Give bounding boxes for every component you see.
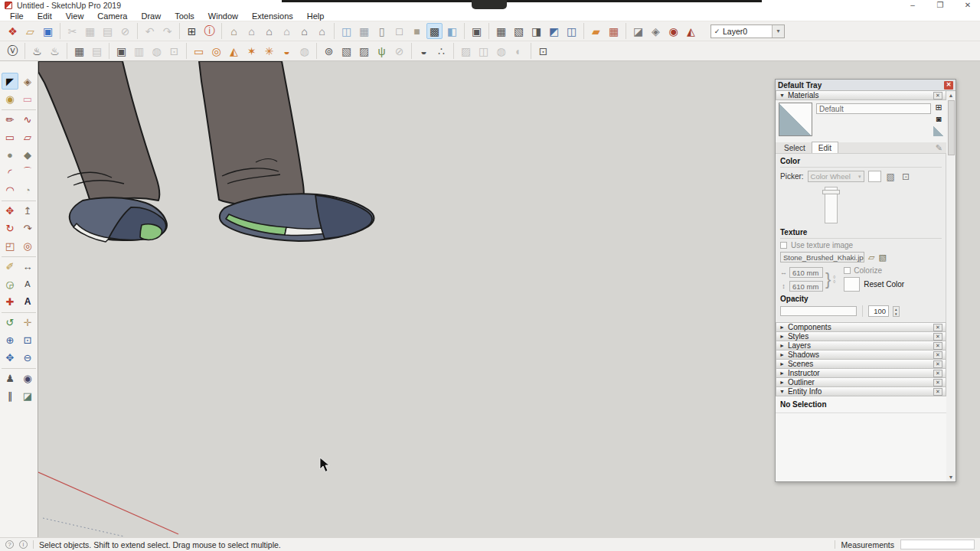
proxy-import-icon[interactable]: ▨ (356, 43, 372, 59)
frame-buffer-icon[interactable]: ▦ (71, 43, 87, 59)
wireframe-style-icon[interactable]: ▯ (374, 23, 390, 39)
fur-icon[interactable]: ψ (374, 43, 390, 59)
view-left-icon[interactable]: ⌂ (314, 23, 330, 39)
move-tool[interactable]: ✥ (2, 202, 18, 219)
reset-color-button[interactable]: Reset Color (864, 280, 904, 289)
display-secondary-pane-icon[interactable]: ⊞ (934, 103, 944, 112)
measurements-input[interactable] (900, 540, 975, 549)
file-path-editor-icon[interactable]: ▥ (131, 43, 147, 59)
axes-tool[interactable]: ✚ (2, 293, 18, 310)
ies-light-icon[interactable]: ✶ (243, 43, 260, 59)
sphere-light-icon[interactable]: ◎ (208, 43, 224, 59)
freehand-tool[interactable]: ∿ (19, 111, 36, 128)
view-top-icon[interactable]: ⌂ (243, 23, 260, 39)
palette-separator[interactable] (2, 199, 36, 201)
vray-logo-icon[interactable]: Ⓥ (5, 43, 21, 59)
position-camera-tool[interactable]: ♟ (2, 370, 18, 386)
new-icon[interactable]: ❖ (5, 23, 21, 39)
walk-tool[interactable]: ∥ (2, 387, 18, 404)
section-close-icon[interactable]: ✕ (933, 351, 942, 359)
eyedropper-icon[interactable]: ✎ (936, 143, 942, 153)
display-section-cuts-icon[interactable]: ◪ (630, 23, 646, 39)
back-edges-style-icon[interactable]: ▦ (356, 23, 372, 39)
spot-light-icon[interactable]: ◭ (226, 43, 242, 59)
dome-light-icon[interactable]: ◒ (279, 43, 295, 59)
paste-icon[interactable]: ▤ (100, 23, 116, 39)
match-model-color-icon[interactable]: ▧ (885, 171, 897, 182)
texture-width-field[interactable]: 610 mm (789, 267, 823, 278)
scale-tool[interactable]: ◰ (2, 237, 18, 254)
material-name-field[interactable]: Default (816, 103, 931, 114)
orbit-tool[interactable]: ↺ (2, 314, 18, 331)
menu-draw[interactable]: Draw (134, 11, 168, 21)
restore-button[interactable]: ❐ (936, 1, 945, 9)
eraser-tool[interactable]: ▭ (19, 90, 36, 107)
close-button[interactable]: ✕ (963, 1, 972, 9)
palette-separator[interactable] (2, 108, 36, 110)
section-close-icon[interactable]: ✕ (933, 388, 942, 396)
rectangle-light-icon[interactable]: ▭ (191, 43, 207, 59)
polygon-tool[interactable]: ◆ (19, 146, 36, 163)
line-tool[interactable]: ✏ (2, 111, 18, 128)
picker-dropdown[interactable]: Color Wheel ▾ (808, 171, 864, 182)
zoom-tool[interactable]: ⊕ (2, 331, 18, 348)
three-point-arc-tool[interactable]: ◠ (2, 181, 18, 198)
display-section-fill-icon[interactable]: ◈ (648, 23, 664, 39)
tray-scrollbar[interactable]: ▲ ▼ (946, 91, 956, 481)
follow-me-tool[interactable]: ↷ (19, 220, 36, 236)
texture-height-field[interactable]: 610 mm (789, 281, 823, 292)
menu-file[interactable]: File (3, 11, 31, 21)
opacity-spinner[interactable]: ▴ ▾ (893, 306, 900, 317)
make-component-tool[interactable]: ◈ (19, 73, 36, 90)
subtract-icon[interactable]: ◨ (528, 23, 544, 39)
menu-edit[interactable]: Edit (31, 11, 59, 21)
use-texture-checkbox[interactable] (780, 242, 787, 249)
open-icon[interactable]: ▱ (22, 23, 38, 39)
displacement-icon[interactable]: ▨ (458, 43, 474, 59)
union-icon[interactable]: ▧ (511, 23, 527, 39)
trim-icon[interactable]: ◩ (546, 23, 562, 39)
palette-separator[interactable] (2, 255, 36, 257)
dimension-tool[interactable]: ↔ (19, 258, 36, 275)
tray-title-bar[interactable]: Default Tray ✕ (776, 80, 956, 91)
pie-tool[interactable]: ◔ (19, 181, 36, 198)
omni-light-icon[interactable]: ✳ (261, 43, 277, 59)
xray-style-icon[interactable]: ◫ (338, 23, 354, 39)
tray-close-button[interactable]: ✕ (944, 81, 953, 90)
cut-icon[interactable]: ✂ (64, 23, 80, 39)
mesh-light-icon[interactable]: ◍ (296, 43, 312, 59)
clipper-icon[interactable]: ⊘ (391, 43, 407, 59)
infinite-plane-icon[interactable]: ◒ (416, 43, 432, 59)
render-interactive-icon[interactable]: ♨ (47, 43, 63, 59)
offset-tool[interactable]: ◎ (19, 237, 36, 254)
zoom-window-tool[interactable]: ⊡ (19, 331, 36, 348)
scatter-icon[interactable]: ∴ (433, 43, 449, 59)
pan-tool[interactable]: ✛ (19, 314, 36, 331)
match-screen-color-icon[interactable]: ⊡ (900, 171, 912, 182)
section-lock-icon[interactable]: ◉ (665, 23, 681, 39)
model-info-icon[interactable]: ⓘ (201, 23, 217, 39)
chevron-down-icon[interactable]: ▾ (772, 25, 784, 37)
monochrome-style-icon[interactable]: ◧ (444, 23, 460, 39)
palette-separator[interactable] (2, 367, 36, 369)
scene-lock-icon[interactable]: ⊡ (166, 43, 182, 59)
proxy-export-icon[interactable]: ▧ (338, 43, 354, 59)
view-front-icon[interactable]: ⌂ (261, 23, 277, 39)
tab-select[interactable]: Select (778, 143, 812, 153)
undo-icon[interactable]: ↶ (142, 23, 158, 39)
section-plane-icon[interactable]: ▰ (588, 23, 604, 39)
half-sphere-icon[interactable]: ◐ (511, 43, 527, 59)
redo-icon[interactable]: ↷ (159, 23, 175, 39)
render-icon[interactable]: ♨ (29, 43, 45, 59)
menu-tools[interactable]: Tools (168, 11, 201, 21)
minimize-button[interactable]: – (908, 1, 917, 9)
text-tool[interactable]: A (19, 276, 36, 292)
cancel-icon[interactable]: ⊘ (117, 23, 133, 39)
menu-camera[interactable]: Camera (90, 11, 134, 21)
shaded-textures-style-icon[interactable]: ▩ (426, 23, 443, 39)
menu-help[interactable]: Help (300, 11, 332, 21)
view-right-icon[interactable]: ⌂ (279, 23, 295, 39)
view-back-icon[interactable]: ⌂ (296, 23, 312, 39)
shaded-style-icon[interactable]: ■ (409, 23, 425, 39)
texture-filename-field[interactable]: Stone_Brushed_Khaki.jpg (780, 252, 864, 262)
